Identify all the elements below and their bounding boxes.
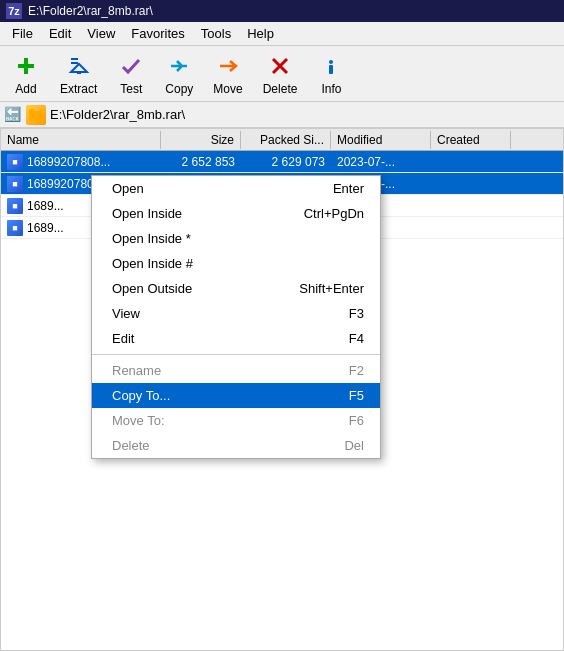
ctx-move-to[interactable]: Move To: F6 — [92, 408, 380, 433]
file-icon: ■ — [7, 154, 23, 170]
svg-point-7 — [329, 60, 333, 64]
ctx-open-inside-shortcut: Ctrl+PgDn — [304, 206, 364, 221]
ctx-move-to-shortcut: F6 — [349, 413, 364, 428]
menu-edit[interactable]: Edit — [41, 24, 79, 43]
ctx-open-inside-label: Open Inside — [112, 206, 182, 221]
move-icon — [214, 52, 242, 80]
file-modified: 2023-07-... — [331, 153, 431, 171]
folder-icon — [26, 105, 46, 125]
col-header-size[interactable]: Size — [161, 131, 241, 149]
add-label: Add — [15, 82, 36, 96]
ctx-view-label: View — [112, 306, 140, 321]
ctx-open-inside-hash-label: Open Inside # — [112, 256, 193, 271]
col-header-packed[interactable]: Packed Si... — [241, 131, 331, 149]
file-created — [431, 182, 511, 186]
svg-rect-8 — [329, 65, 333, 74]
ctx-open-shortcut: Enter — [333, 181, 364, 196]
ctx-edit-label: Edit — [112, 331, 134, 346]
file-icon: ■ — [7, 176, 23, 192]
ctx-edit[interactable]: Edit F4 — [92, 326, 380, 351]
ctx-open-inside[interactable]: Open Inside Ctrl+PgDn — [92, 201, 380, 226]
ctx-rename[interactable]: Rename F2 — [92, 358, 380, 383]
file-name: 16899207808... — [27, 155, 110, 169]
file-icon: ■ — [7, 220, 23, 236]
address-text: E:\Folder2\rar_8mb.rar\ — [50, 107, 185, 122]
ctx-copy-to-shortcut: F5 — [349, 388, 364, 403]
ctx-move-to-label: Move To: — [112, 413, 165, 428]
address-bar: 🔙 E:\Folder2\rar_8mb.rar\ — [0, 102, 564, 128]
extract-icon — [65, 52, 93, 80]
table-row[interactable]: ■ 16899207808... 2 652 853 2 629 073 202… — [1, 151, 563, 173]
move-button[interactable]: Move — [207, 50, 248, 98]
ctx-open-inside-hash[interactable]: Open Inside # — [92, 251, 380, 276]
delete-label: Delete — [263, 82, 298, 96]
ctx-open-label: Open — [112, 181, 144, 196]
ctx-copy-to-label: Copy To... — [112, 388, 170, 403]
ctx-view[interactable]: View F3 — [92, 301, 380, 326]
context-menu: Open Enter Open Inside Ctrl+PgDn Open In… — [91, 175, 381, 459]
file-icon: ■ — [7, 198, 23, 214]
ctx-open-inside-star-label: Open Inside * — [112, 231, 191, 246]
col-header-modified[interactable]: Modified — [331, 131, 431, 149]
col-header-created[interactable]: Created — [431, 131, 511, 149]
svg-rect-3 — [71, 62, 78, 64]
add-button[interactable]: Add — [6, 50, 46, 98]
file-created — [431, 160, 511, 164]
ctx-open-outside-label: Open Outside — [112, 281, 192, 296]
delete-icon — [266, 52, 294, 80]
ctx-open-inside-star[interactable]: Open Inside * — [92, 226, 380, 251]
menu-bar: File Edit View Favorites Tools Help — [0, 22, 564, 46]
delete-button[interactable]: Delete — [257, 50, 304, 98]
ctx-copy-to[interactable]: Copy To... F5 — [92, 383, 380, 408]
ctx-delete-shortcut: Del — [344, 438, 364, 453]
file-name: 1689... — [27, 199, 64, 213]
copy-icon — [165, 52, 193, 80]
test-button[interactable]: Test — [111, 50, 151, 98]
file-name: 1689... — [27, 221, 64, 235]
menu-view[interactable]: View — [79, 24, 123, 43]
file-size: 2 652 853 — [161, 153, 241, 171]
ctx-rename-shortcut: F2 — [349, 363, 364, 378]
col-header-name[interactable]: Name — [1, 131, 161, 149]
extract-label: Extract — [60, 82, 97, 96]
back-icon[interactable]: 🔙 — [4, 106, 22, 124]
ctx-open-outside[interactable]: Open Outside Shift+Enter — [92, 276, 380, 301]
test-icon — [117, 52, 145, 80]
menu-tools[interactable]: Tools — [193, 24, 239, 43]
ctx-delete-label: Delete — [112, 438, 150, 453]
file-created — [431, 226, 511, 230]
title-bar-text: E:\Folder2\rar_8mb.rar\ — [28, 4, 153, 18]
menu-favorites[interactable]: Favorites — [123, 24, 192, 43]
ctx-view-shortcut: F3 — [349, 306, 364, 321]
column-headers: Name Size Packed Si... Modified Created — [1, 129, 563, 151]
file-packed: 2 629 073 — [241, 153, 331, 171]
menu-help[interactable]: Help — [239, 24, 282, 43]
copy-button[interactable]: Copy — [159, 50, 199, 98]
info-label: Info — [321, 82, 341, 96]
ctx-open-outside-shortcut: Shift+Enter — [299, 281, 364, 296]
svg-rect-2 — [71, 58, 78, 60]
info-icon — [317, 52, 345, 80]
app-icon: 7z — [6, 3, 22, 19]
extract-button[interactable]: Extract — [54, 50, 103, 98]
svg-rect-4 — [77, 72, 81, 74]
menu-file[interactable]: File — [4, 24, 41, 43]
move-label: Move — [213, 82, 242, 96]
add-icon — [12, 52, 40, 80]
ctx-edit-shortcut: F4 — [349, 331, 364, 346]
file-created — [431, 204, 511, 208]
ctx-open[interactable]: Open Enter — [92, 176, 380, 201]
file-list-container: Name Size Packed Si... Modified Created … — [0, 128, 564, 651]
ctx-separator-1 — [92, 354, 380, 355]
copy-label: Copy — [165, 82, 193, 96]
toolbar: Add Extract Test Copy Move Delete Info — [0, 46, 564, 102]
title-bar: 7z E:\Folder2\rar_8mb.rar\ — [0, 0, 564, 22]
test-label: Test — [120, 82, 142, 96]
info-button[interactable]: Info — [311, 50, 351, 98]
ctx-rename-label: Rename — [112, 363, 161, 378]
svg-rect-1 — [18, 64, 34, 68]
ctx-delete[interactable]: Delete Del — [92, 433, 380, 458]
